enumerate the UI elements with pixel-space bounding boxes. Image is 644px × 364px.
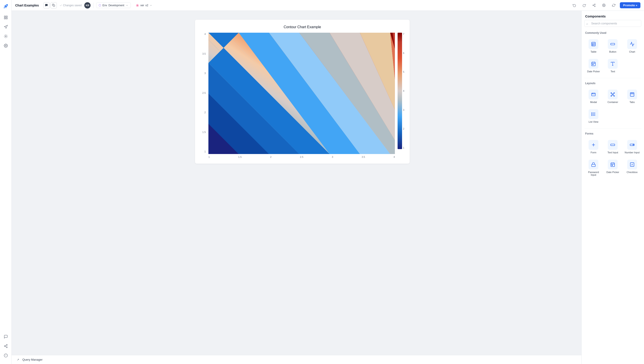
chart-main: 1 1.5 2 2.5 3 3.5 4 bbox=[208, 33, 395, 158]
undo-icon[interactable] bbox=[571, 2, 578, 9]
sidebar-logo[interactable] bbox=[2, 2, 10, 10]
component-tabs[interactable]: Tabs bbox=[623, 87, 641, 106]
ver-value: v2 bbox=[145, 4, 148, 7]
component-tabs-label: Tabs bbox=[630, 101, 634, 103]
component-checkbox[interactable]: Checkbox bbox=[623, 157, 641, 179]
datepicker2-icon bbox=[608, 160, 618, 169]
component-text-label: Text bbox=[610, 70, 615, 73]
svg-point-21 bbox=[604, 5, 604, 6]
svg-point-16 bbox=[594, 4, 595, 5]
component-form-label: Form bbox=[590, 151, 596, 154]
chart-card: Contour Chart Example 4 3.5 3 2.5 2 1.5 … bbox=[195, 20, 410, 164]
component-passwordinput[interactable]: Password Input bbox=[584, 157, 603, 179]
svg-point-5 bbox=[5, 36, 6, 37]
comment-icon[interactable] bbox=[44, 2, 50, 9]
chart-title: Contour Chart Example bbox=[200, 25, 404, 29]
modal-icon bbox=[588, 90, 598, 99]
right-panel: Components ⌕ Commonly Used Table Button bbox=[582, 11, 644, 364]
common-grid: Table Button Chart Date Pi bbox=[582, 36, 644, 76]
copy-icon[interactable] bbox=[50, 2, 57, 9]
env-icon: ⬡ bbox=[98, 4, 101, 7]
svg-line-20 bbox=[594, 5, 594, 5]
env-selector[interactable]: ⬡ Env Development bbox=[96, 3, 130, 8]
section-label-common: Commonly Used bbox=[582, 30, 644, 36]
sidebar-item-share[interactable] bbox=[2, 342, 10, 350]
button-icon bbox=[608, 39, 618, 49]
settings-icon[interactable] bbox=[600, 2, 607, 9]
component-checkbox-label: Checkbox bbox=[626, 171, 638, 173]
query-manager-label[interactable]: Query Manager bbox=[22, 358, 42, 361]
share-icon[interactable] bbox=[590, 2, 598, 9]
svg-rect-84 bbox=[592, 113, 592, 113]
component-datepicker[interactable]: Date Picker bbox=[584, 56, 603, 75]
svg-point-17 bbox=[593, 5, 594, 6]
sidebar-item-nav[interactable] bbox=[2, 23, 10, 31]
svg-line-19 bbox=[594, 5, 594, 6]
section-divider-2 bbox=[584, 128, 641, 128]
svg-point-72 bbox=[614, 96, 615, 96]
component-container-label: Container bbox=[608, 101, 618, 103]
panel-header: Components bbox=[582, 11, 644, 20]
component-datepicker2[interactable]: Date Picker bbox=[604, 157, 622, 179]
env-value: Development bbox=[108, 4, 124, 7]
svg-line-11 bbox=[5, 345, 6, 346]
forms-grid: Form Text Input Number Input bbox=[582, 136, 644, 179]
redo-icon[interactable] bbox=[580, 2, 588, 9]
main-area: Contour Chart Example 4 3.5 3 2.5 2 1.5 … bbox=[23, 11, 644, 364]
sidebar-bottom bbox=[2, 333, 10, 362]
refresh-icon[interactable] bbox=[610, 2, 617, 9]
component-text[interactable]: Text bbox=[604, 56, 622, 75]
svg-rect-15 bbox=[53, 5, 55, 7]
component-form[interactable]: Form bbox=[584, 137, 603, 156]
sidebar-item-chat[interactable] bbox=[2, 333, 10, 341]
sidebar-item-settings[interactable] bbox=[2, 42, 10, 50]
component-chart-label: Chart bbox=[629, 50, 635, 53]
save-status: Changes saved bbox=[60, 4, 82, 7]
component-numberinput[interactable]: Number Input bbox=[623, 137, 641, 156]
component-datepicker-label: Date Picker bbox=[587, 70, 600, 73]
svg-rect-50 bbox=[592, 42, 596, 46]
tabs-icon bbox=[627, 90, 637, 99]
svg-rect-62 bbox=[592, 64, 593, 65]
topbar: Chart Examples Changes saved KR ⬡ Env De… bbox=[12, 0, 644, 11]
component-button[interactable]: Button bbox=[604, 37, 622, 56]
text-icon bbox=[608, 59, 618, 69]
svg-rect-89 bbox=[611, 144, 615, 145]
sidebar-item-components[interactable] bbox=[2, 32, 10, 40]
passwordinput-icon bbox=[588, 160, 598, 169]
table-icon bbox=[588, 39, 598, 49]
expand-icon[interactable]: ↗ bbox=[15, 357, 20, 362]
chart-x-labels: 1 1.5 2 2.5 3 3.5 4 bbox=[208, 155, 395, 158]
component-listview[interactable]: List View bbox=[584, 107, 603, 126]
contour-svg-wrap bbox=[208, 33, 395, 155]
chart-y-labels: 4 3.5 3 2.5 2 1.5 1 bbox=[200, 33, 206, 158]
canvas-area: Contour Chart Example 4 3.5 3 2.5 2 1.5 … bbox=[23, 11, 582, 364]
svg-rect-85 bbox=[592, 114, 592, 114]
svg-line-76 bbox=[613, 95, 614, 96]
svg-rect-0 bbox=[4, 16, 5, 17]
component-modal[interactable]: Modal bbox=[584, 87, 603, 106]
component-container[interactable]: Container bbox=[604, 87, 622, 106]
component-table-label: Table bbox=[590, 50, 596, 53]
svg-rect-49 bbox=[398, 33, 402, 149]
promote-button[interactable]: Promote » bbox=[620, 2, 640, 8]
svg-rect-1 bbox=[6, 16, 7, 17]
sidebar-item-pages[interactable] bbox=[2, 14, 10, 22]
component-chart[interactable]: Chart bbox=[623, 37, 641, 56]
ver-selector[interactable]: 🌸 ver v2 bbox=[134, 3, 154, 8]
chart-icon bbox=[627, 39, 637, 49]
svg-point-71 bbox=[611, 96, 612, 96]
search-icon: ⌕ bbox=[586, 22, 588, 25]
component-modal-label: Modal bbox=[590, 101, 597, 103]
form-icon bbox=[588, 140, 598, 150]
search-input[interactable] bbox=[584, 20, 641, 27]
svg-point-9 bbox=[6, 347, 8, 348]
svg-point-69 bbox=[611, 93, 612, 94]
svg-rect-93 bbox=[592, 164, 596, 166]
component-textinput[interactable]: Text Input bbox=[604, 137, 622, 156]
component-numberinput-label: Number Input bbox=[625, 151, 640, 154]
component-table[interactable]: Table bbox=[584, 37, 603, 56]
component-textinput-label: Text Input bbox=[608, 151, 618, 154]
sidebar-item-info[interactable] bbox=[2, 351, 10, 359]
component-listview-label: List View bbox=[588, 120, 598, 123]
